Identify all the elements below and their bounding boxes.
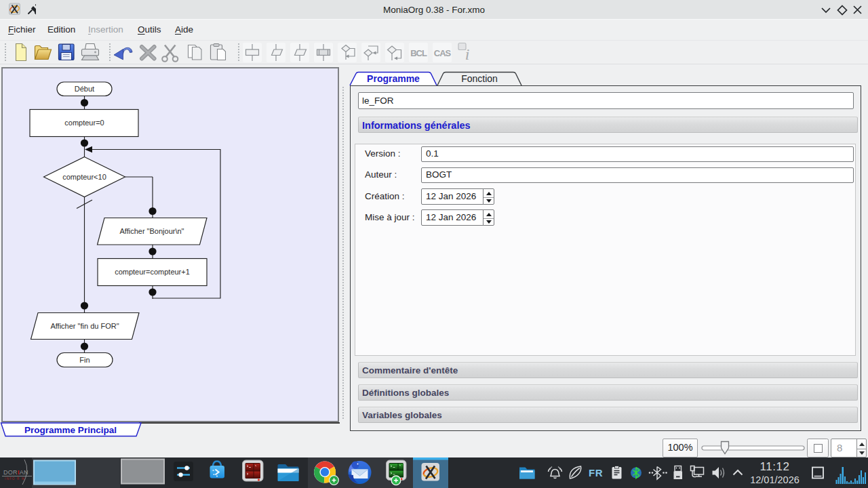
svg-text:Afficher "fin du FOR": Afficher "fin du FOR"	[50, 322, 119, 330]
svg-text:compteur<10: compteur<10	[62, 173, 106, 181]
svg-text:BCL: BCL	[410, 48, 427, 58]
svg-text:Fin: Fin	[79, 356, 90, 364]
svg-text:FR: FR	[589, 467, 603, 479]
svg-text:Début: Début	[75, 85, 94, 93]
svg-text:compteur=compteur+1: compteur=compteur+1	[115, 268, 190, 276]
svg-text:Afficher "Bonjour\n": Afficher "Bonjour\n"	[119, 227, 184, 235]
svg-text:DORIAN: DORIAN	[3, 469, 28, 476]
svg-text:CAS: CAS	[434, 48, 452, 58]
svg-text:Programme: Programme	[367, 73, 420, 84]
svg-text:Fonction: Fonction	[461, 73, 498, 84]
svg-text:compteur=0: compteur=0	[64, 119, 104, 127]
svg-text:i: i	[465, 45, 470, 63]
svg-text:Programme Principal: Programme Principal	[24, 425, 117, 435]
svg-text:INFO R M: INFO R M	[5, 477, 25, 481]
